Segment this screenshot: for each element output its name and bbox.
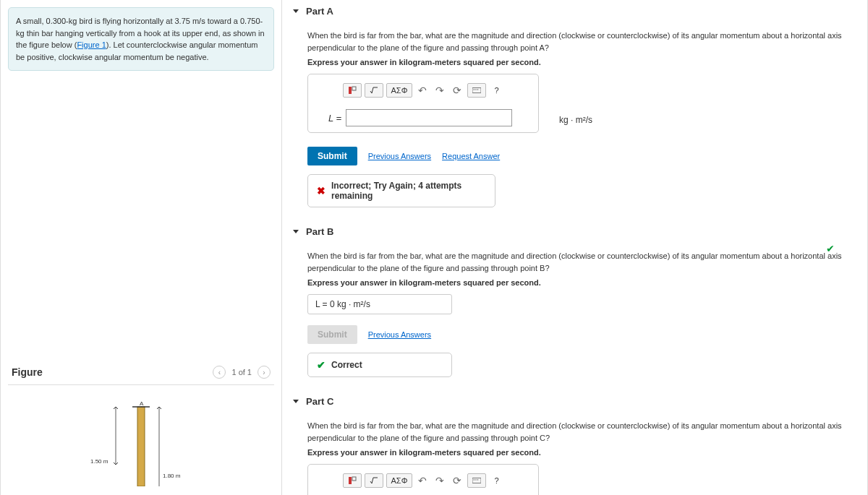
- part-c-title: Part C: [306, 396, 333, 407]
- figure-link[interactable]: Figure 1: [77, 40, 106, 49]
- redo-icon[interactable]: ↷: [433, 85, 447, 96]
- part-b-answer-display: L = 0 kg · m²/s: [307, 294, 452, 314]
- pager-next[interactable]: ›: [258, 366, 271, 379]
- help-button[interactable]: ?: [489, 473, 503, 488]
- part-c-input-panel: ΑΣΦ ↶ ↷ ⟳ ? L =: [307, 464, 539, 495]
- svg-text:1.80 m: 1.80 m: [163, 473, 181, 479]
- check-icon: ✔: [317, 359, 326, 371]
- part-b-feedback: ✔ Correct: [307, 353, 452, 377]
- part-b-title: Part B: [306, 226, 333, 237]
- figure-title: Figure: [12, 366, 43, 378]
- svg-rect-16: [474, 479, 475, 480]
- part-a-title: Part A: [306, 6, 333, 17]
- svg-rect-12: [477, 89, 478, 90]
- svg-text:1.50 m: 1.50 m: [90, 458, 109, 465]
- svg-rect-11: [476, 89, 477, 90]
- figure-pager: ‹ 1 of 1 ›: [213, 366, 271, 379]
- pager-count: 1 of 1: [231, 368, 252, 376]
- part-b-question: When the bird is far from the bar, what …: [307, 250, 856, 274]
- figure-panel: Figure ‹ 1 of 1 › A 1.50 m: [8, 360, 274, 495]
- part-c-question: When the bird is far from the bar, what …: [307, 420, 856, 444]
- svg-text:A: A: [140, 400, 144, 407]
- svg-rect-7: [349, 87, 352, 94]
- pager-prev[interactable]: ‹: [213, 366, 226, 379]
- part-b-prev-answers[interactable]: Previous Answers: [368, 330, 431, 339]
- svg-rect-10: [474, 89, 475, 90]
- svg-rect-15: [472, 478, 481, 483]
- figure-diagram: A 1.50 m 1.80 m: [61, 400, 221, 486]
- part-a-prev-answers[interactable]: Previous Answers: [368, 152, 431, 160]
- caret-icon: [293, 9, 299, 13]
- svg-rect-9: [472, 88, 481, 93]
- part-c-express: Express your answer in kilogram-meters s…: [307, 448, 856, 457]
- part-a-unit: kg · m²/s: [559, 115, 592, 125]
- svg-rect-18: [477, 479, 478, 480]
- part-a-feedback: ✖ Incorrect; Try Again; 4 attempts remai…: [307, 174, 495, 207]
- reset-icon[interactable]: ⟳: [450, 475, 464, 486]
- part-a-express: Express your answer in kilogram-meters s…: [307, 58, 856, 66]
- part-a-var: L =: [328, 113, 341, 124]
- part-b-feedback-text: Correct: [331, 360, 362, 370]
- part-a-feedback-text: Incorrect; Try Again; 4 attempts remaini…: [331, 181, 486, 201]
- undo-icon[interactable]: ↶: [415, 475, 430, 486]
- templates-button[interactable]: [343, 83, 362, 98]
- svg-rect-0: [137, 407, 145, 486]
- part-a-answer-input[interactable]: [346, 109, 512, 126]
- problem-statement: A small, 0.300-kg bird is flying horizon…: [8, 7, 274, 71]
- part-b-express: Express your answer in kilogram-meters s…: [307, 278, 856, 287]
- part-c-header[interactable]: Part C: [293, 390, 856, 413]
- greek-button[interactable]: ΑΣΦ: [386, 83, 413, 98]
- caret-icon: [293, 230, 299, 233]
- svg-rect-13: [349, 477, 352, 484]
- greek-button[interactable]: ΑΣΦ: [386, 473, 413, 488]
- caret-icon: [293, 400, 299, 403]
- keyboard-button[interactable]: [467, 473, 486, 488]
- part-b-submit: Submit: [307, 325, 357, 344]
- keyboard-button[interactable]: [467, 83, 486, 98]
- part-a-input-panel: ΑΣΦ ↶ ↷ ⟳ ? L =: [307, 74, 539, 133]
- part-a-submit[interactable]: Submit: [307, 147, 357, 165]
- part-b-check-icon: ✔: [826, 243, 835, 254]
- root-button[interactable]: [365, 473, 383, 488]
- svg-rect-8: [352, 87, 356, 90]
- svg-rect-17: [476, 479, 477, 480]
- part-a-header[interactable]: Part A: [293, 0, 856, 22]
- root-button[interactable]: [365, 83, 383, 98]
- svg-rect-14: [352, 477, 356, 481]
- redo-icon[interactable]: ↷: [433, 475, 447, 486]
- part-a-request-answer[interactable]: Request Answer: [442, 152, 500, 160]
- help-button[interactable]: ?: [489, 83, 503, 98]
- part-a-question: When the bird is far from the bar, what …: [307, 30, 856, 53]
- undo-icon[interactable]: ↶: [415, 85, 430, 96]
- templates-button[interactable]: [343, 473, 362, 488]
- part-b-header[interactable]: Part B: [293, 220, 856, 243]
- reset-icon[interactable]: ⟳: [450, 85, 464, 96]
- x-icon: ✖: [317, 185, 326, 197]
